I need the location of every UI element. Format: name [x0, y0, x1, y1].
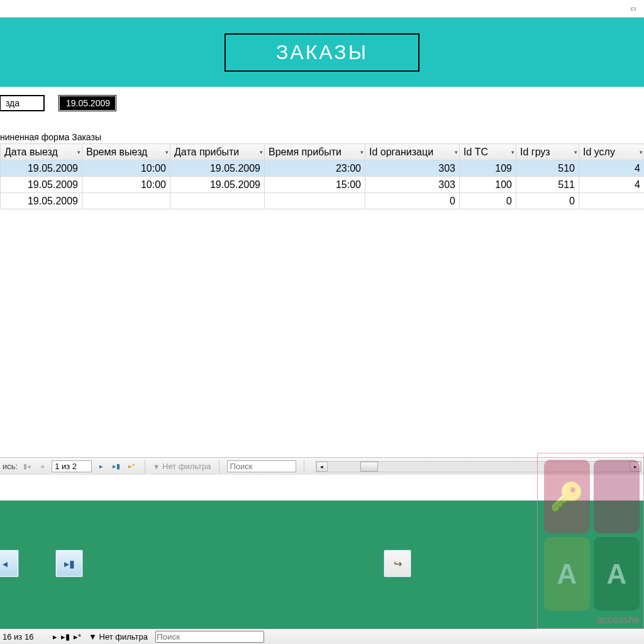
main-new-button[interactable]: ▸*	[74, 632, 81, 641]
main-record-counter[interactable]: 16 из 16	[3, 632, 49, 641]
column-header[interactable]: Id организаци▾	[365, 144, 460, 160]
cell[interactable]: 19.05.2009	[1, 160, 82, 177]
cell[interactable]: 303	[365, 177, 460, 193]
cell[interactable]	[170, 193, 265, 209]
recnav-label: ись:	[3, 462, 18, 471]
chevron-down-icon[interactable]: ▾	[511, 149, 514, 155]
column-header[interactable]: Время прибыти▾	[265, 144, 365, 160]
minimize-button[interactable]: ▭	[625, 3, 640, 14]
cell[interactable]	[579, 193, 645, 209]
cell[interactable]: 19.05.2009	[1, 177, 82, 193]
cell[interactable]: 15:00	[265, 177, 365, 193]
main-last-button[interactable]: ▸▮	[61, 632, 70, 641]
cell[interactable]: 511	[516, 177, 579, 193]
filter-bar: зда 19.05.2009	[0, 87, 644, 130]
filter-label: Нет фильтра	[162, 462, 211, 471]
column-header[interactable]: Дата выезд▾	[1, 144, 82, 160]
cell[interactable]: 510	[516, 160, 579, 177]
subform-caption: ниненная форма Заказы	[0, 130, 644, 143]
chevron-down-icon[interactable]: ▾	[260, 149, 263, 155]
cell[interactable]: 100	[460, 177, 516, 193]
filter-toggle[interactable]: ▼ Нет фильтра	[153, 462, 211, 471]
exit-button[interactable]: ↪	[384, 550, 411, 577]
cell[interactable]: 303	[365, 160, 460, 177]
scroll-left-button[interactable]: ◂	[316, 462, 328, 472]
scroll-thumb[interactable]	[360, 462, 378, 472]
cell[interactable]: 4	[579, 177, 645, 193]
column-header[interactable]: Id груз▾	[516, 144, 579, 160]
record-counter[interactable]: 1 из 2	[52, 460, 92, 472]
funnel-icon: ▼	[153, 463, 160, 470]
funnel-icon: ▼	[89, 632, 97, 641]
cell[interactable]	[265, 193, 365, 209]
cell[interactable]: 19.05.2009	[170, 160, 265, 177]
filter-date-input[interactable]: 19.05.2009	[59, 96, 116, 111]
chevron-down-icon[interactable]: ▾	[455, 149, 458, 155]
form-footer: ◂ ▸▮ ↪	[0, 500, 644, 636]
scroll-right-button[interactable]: ▸	[630, 462, 641, 472]
last-icon: ▸▮	[64, 558, 75, 570]
main-filter-label: Нет фильтра	[99, 632, 148, 641]
column-header[interactable]: Id услу▾	[579, 144, 645, 160]
subform-record-navigator: ись: ▮◂ ◂ 1 из 2 ▸ ▸▮ ▸* ▼ Нет фильтра ◂…	[0, 457, 644, 475]
page-title: ЗАКАЗЫ	[225, 33, 419, 72]
chevron-down-icon[interactable]: ▾	[77, 149, 80, 155]
exit-icon: ↪	[394, 558, 402, 570]
table-row[interactable]: 19.05.200910:0019.05.200915:003031005114	[1, 177, 645, 193]
cell[interactable]: 10:00	[82, 160, 170, 177]
cell[interactable]: 19.05.2009	[170, 177, 265, 193]
search-input[interactable]	[227, 460, 296, 472]
main-search-input[interactable]	[155, 631, 264, 643]
cell[interactable]: 0	[365, 193, 460, 209]
main-next-button[interactable]: ▸	[53, 632, 57, 641]
main-filter-toggle[interactable]: ▼ Нет фильтра	[89, 632, 148, 641]
main-record-navigator: 16 из 16 ▸ ▸▮ ▸* ▼ Нет фильтра	[0, 629, 644, 644]
table-row[interactable]: 19.05.200910:0019.05.200923:003031095104	[1, 160, 645, 177]
window-titlebar: ▭	[0, 0, 644, 18]
last-main-button[interactable]: ▸▮	[55, 550, 83, 577]
chevron-down-icon[interactable]: ▾	[360, 149, 364, 155]
next-record-button[interactable]: ▸	[96, 462, 107, 470]
cell[interactable]: 19.05.2009	[1, 193, 82, 209]
column-header[interactable]: Время выезд▾	[82, 144, 170, 160]
cell[interactable]: 10:00	[82, 177, 170, 193]
prev-icon: ◂	[3, 558, 8, 570]
column-header[interactable]: Id ТС▾	[460, 144, 516, 160]
cell[interactable]: 0	[516, 193, 579, 209]
prev-record-button[interactable]: ◂	[36, 462, 48, 470]
grid-empty-area	[0, 209, 644, 457]
minimize-icon: ▭	[630, 5, 636, 12]
filter-field-label[interactable]: зда	[0, 96, 44, 111]
chevron-down-icon[interactable]: ▾	[640, 149, 643, 155]
prev-main-button[interactable]: ◂	[0, 550, 19, 577]
cell[interactable]: 0	[460, 193, 516, 209]
table-row[interactable]: 19.05.2009000	[1, 193, 645, 209]
form-header: ЗАКАЗЫ	[0, 18, 644, 87]
last-record-button[interactable]: ▸▮	[111, 462, 122, 470]
chevron-down-icon[interactable]: ▾	[165, 149, 169, 155]
new-record-button[interactable]: ▸*	[126, 462, 137, 470]
cell[interactable]: 109	[460, 160, 516, 177]
orders-grid[interactable]: Дата выезд▾Время выезд▾Дата прибыти▾Врем…	[0, 143, 644, 457]
column-header[interactable]: Дата прибыти▾	[170, 144, 265, 160]
cell[interactable]: 23:00	[265, 160, 365, 177]
spacer	[0, 475, 644, 500]
first-record-button[interactable]: ▮◂	[21, 462, 33, 470]
cell[interactable]	[82, 193, 170, 209]
grid-hscrollbar[interactable]: ◂ ▸	[316, 461, 641, 472]
cell[interactable]: 4	[579, 160, 645, 177]
chevron-down-icon[interactable]: ▾	[574, 149, 577, 155]
